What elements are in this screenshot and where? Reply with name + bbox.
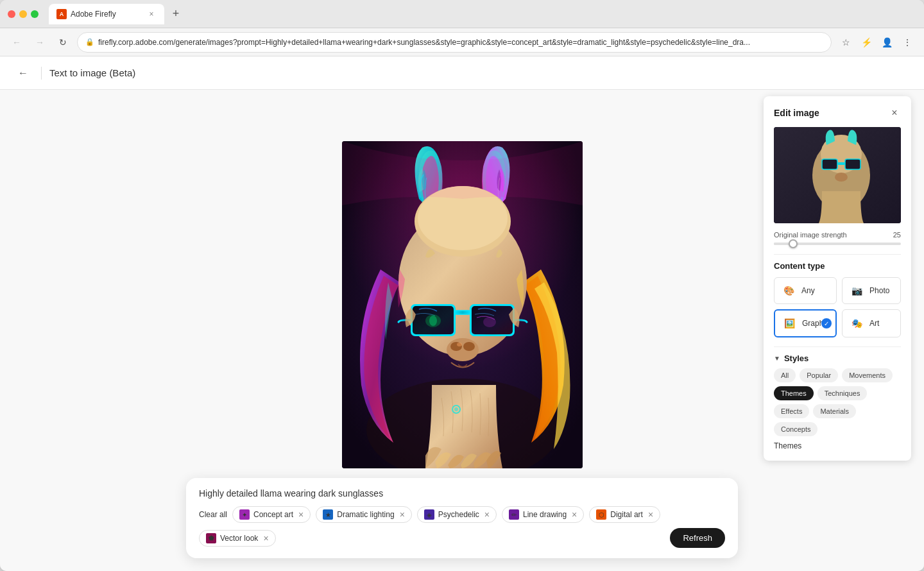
style-tab-concepts[interactable]: Concepts: [774, 422, 817, 436]
tag-digital-art[interactable]: ⬡ Digital art ×: [589, 506, 660, 523]
style-tab-all[interactable]: All: [774, 368, 796, 382]
psychedelic-icon: ◈: [424, 509, 434, 520]
edit-panel-header: Edit image ×: [774, 107, 901, 119]
strength-label: Original image strength: [774, 231, 847, 239]
url-text: firefly.corp.adobe.com/generate/images?p…: [98, 38, 823, 47]
divider-2: [774, 346, 901, 347]
styles-chevron-icon: ▼: [774, 355, 780, 362]
line-drawing-icon: ✏: [509, 509, 519, 520]
prompt-area: Highly detailed llama wearing dark sungl…: [186, 478, 738, 558]
line-drawing-remove[interactable]: ×: [572, 509, 577, 520]
photo-icon: 📷: [849, 283, 864, 298]
content-type-any[interactable]: 🎨 Any: [774, 277, 837, 304]
psychedelic-label: Psychedelic: [438, 510, 479, 519]
app-header: ← Text to image (Beta): [0, 56, 924, 90]
photo-label: Photo: [869, 286, 889, 295]
svg-point-16: [463, 342, 475, 351]
svg-rect-24: [845, 159, 860, 169]
graphic-icon: 🖼️: [782, 316, 797, 331]
line-drawing-label: Line drawing: [523, 510, 567, 519]
tag-dramatic-lighting[interactable]: ★ Dramatic lighting ×: [316, 506, 412, 523]
tag-line-drawing[interactable]: ✏ Line drawing ×: [502, 506, 584, 523]
traffic-lights: [8, 10, 38, 18]
prompt-text: Highly detailed llama wearing dark sungl…: [199, 488, 725, 499]
divider-1: [774, 254, 901, 255]
profile-icon[interactable]: 👤: [878, 33, 896, 51]
close-window-button[interactable]: [8, 10, 15, 18]
active-tab[interactable]: A Adobe Firefly ×: [49, 4, 164, 24]
tag-concept-art[interactable]: ✦ Concept art ×: [232, 506, 311, 523]
styles-section-header: ▼ Styles: [774, 354, 901, 363]
tab-favicon: A: [56, 9, 67, 19]
svg-rect-13: [455, 311, 470, 314]
address-bar-row: ← → ↻ 🔒 firefly.corp.adobe.com/generate/…: [0, 28, 924, 56]
style-tab-themes[interactable]: Themes: [774, 386, 814, 400]
concept-art-icon: ✦: [239, 509, 250, 520]
page-title: Text to image (Beta): [49, 67, 135, 78]
graphic-check-badge: ✓: [821, 318, 832, 328]
extension-icon[interactable]: ⚡: [857, 33, 875, 51]
content-type-art[interactable]: 🎭 Art: [842, 309, 901, 337]
vector-look-icon: ⬟: [206, 533, 216, 543]
svg-point-19: [454, 407, 458, 411]
vector-look-remove[interactable]: ×: [263, 533, 268, 543]
edit-thumbnail: [774, 127, 901, 223]
reload-button[interactable]: ↻: [54, 33, 72, 51]
app-back-button[interactable]: ←: [13, 63, 33, 83]
style-tab-materials[interactable]: Materials: [813, 404, 856, 418]
concept-art-label: Concept art: [253, 510, 293, 519]
maximize-window-button[interactable]: [31, 10, 38, 18]
lock-icon: 🔒: [85, 38, 94, 46]
style-tab-popular[interactable]: Popular: [800, 368, 838, 382]
new-tab-button[interactable]: +: [167, 5, 185, 23]
style-tab-effects[interactable]: Effects: [774, 404, 809, 418]
dramatic-lighting-remove[interactable]: ×: [400, 509, 405, 520]
svg-point-26: [835, 173, 848, 182]
thumbnail-image: [774, 127, 901, 223]
svg-rect-25: [837, 162, 845, 165]
forward-nav-button[interactable]: →: [31, 33, 49, 51]
vector-look-label: Vector look: [220, 534, 258, 543]
any-label: Any: [801, 286, 815, 295]
slider-thumb[interactable]: [789, 239, 798, 248]
tabs-area: A Adobe Firefly × +: [49, 4, 916, 24]
address-bar[interactable]: 🔒 firefly.corp.adobe.com/generate/images…: [77, 32, 832, 53]
style-tab-techniques[interactable]: Techniques: [817, 386, 868, 400]
browser-window: A Adobe Firefly × + ← → ↻ 🔒 firefly.corp…: [0, 0, 924, 571]
content-type-grid: 🎨 Any 📷 Photo 🖼️ Graphic ✓ 🎭 Art: [774, 277, 901, 337]
styles-section-title: Styles: [784, 354, 809, 363]
svg-point-12: [483, 317, 496, 327]
tag-vector-look[interactable]: ⬟ Vector look ×: [199, 530, 276, 547]
svg-rect-23: [822, 159, 837, 169]
digital-art-remove[interactable]: ×: [648, 509, 653, 520]
strength-row: Original image strength 25: [774, 231, 901, 239]
art-icon: 🎭: [849, 316, 864, 331]
tag-psychedelic[interactable]: ◈ Psychedelic ×: [417, 506, 497, 523]
tab-close-button[interactable]: ×: [146, 9, 157, 19]
close-panel-button[interactable]: ×: [888, 107, 901, 119]
clear-all-button[interactable]: Clear all: [199, 510, 227, 519]
menu-icon[interactable]: ⋮: [898, 33, 916, 51]
content-type-photo[interactable]: 📷 Photo: [842, 277, 901, 304]
title-bar: A Adobe Firefly × +: [0, 0, 924, 28]
styles-tabs: All Popular Movements Themes Techniques …: [774, 368, 901, 436]
generated-image: [342, 141, 583, 468]
concept-art-remove[interactable]: ×: [298, 509, 304, 520]
edit-panel: Edit image ×: [764, 96, 911, 461]
strength-slider[interactable]: [774, 243, 901, 245]
bookmark-icon[interactable]: ☆: [837, 33, 855, 51]
refresh-button[interactable]: Refresh: [670, 528, 725, 548]
digital-art-icon: ⬡: [596, 509, 606, 520]
content-type-graphic[interactable]: 🖼️ Graphic ✓: [774, 309, 837, 337]
svg-point-14: [447, 338, 479, 361]
style-tab-movements[interactable]: Movements: [842, 368, 893, 382]
any-icon: 🎨: [781, 283, 796, 298]
llama-artwork: [342, 141, 583, 468]
psychedelic-remove[interactable]: ×: [484, 509, 490, 520]
content-type-section-title: Content type: [774, 261, 901, 271]
browser-toolbar: ☆ ⚡ 👤 ⋮: [837, 33, 916, 51]
digital-art-label: Digital art: [610, 510, 643, 519]
back-nav-button[interactable]: ←: [8, 33, 26, 51]
minimize-window-button[interactable]: [19, 10, 27, 18]
svg-point-9: [429, 316, 437, 326]
